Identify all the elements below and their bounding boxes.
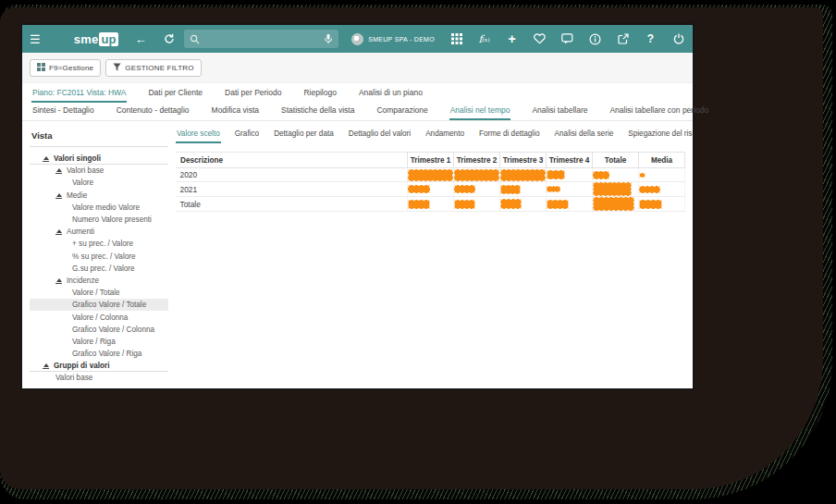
value-bar[interactable] [408, 185, 430, 193]
tree-item-valore[interactable]: Valore [30, 177, 168, 189]
tree-item-label: Valore / Totale [72, 289, 120, 297]
column-header-media[interactable]: Media [639, 153, 685, 168]
tree-item-grafico-valore-colonna[interactable]: Grafico Valore / Colonna [30, 324, 168, 336]
tab-modifica-vista[interactable]: Modifica vista [211, 105, 261, 120]
view-tab-dettaglio-del-valori[interactable]: Dettaglio del valori [348, 129, 412, 143]
tree-item-grafico-valore-totale[interactable]: Grafico Valore / Totale [30, 299, 168, 311]
table-row-2021[interactable]: 2021 [177, 182, 685, 197]
gestione-filtro-button[interactable]: GESTIONE FILTRO [105, 59, 201, 77]
column-header-trimestre-1[interactable]: Trimestre 1 [408, 153, 454, 168]
tab-analisi-tabellare-con-periodo[interactable]: Analisi tabellare con periodo [609, 105, 709, 120]
secondary-tabs: Sintesi - DettaglioContenuto - dettaglio… [22, 103, 693, 121]
mic-icon[interactable] [324, 33, 333, 44]
column-header-trimestre-2[interactable]: Trimestre 2 [454, 153, 500, 168]
tree-item-valore-colonna[interactable]: Valore / Colonna [30, 311, 168, 323]
tree-item-valori-base[interactable]: Valori base [30, 165, 168, 177]
tab-analisi-nel-tempo[interactable]: Analisi nel tempo [449, 105, 511, 120]
tree-item-su-prec-valore[interactable]: % su prec. / Valore [30, 251, 168, 263]
apps-grid-icon[interactable] [449, 32, 463, 46]
column-header-trimestre-4[interactable]: Trimestre 4 [547, 153, 593, 168]
tree-item-valore-medio-valore[interactable]: Valore medio Valore [30, 202, 168, 214]
open-external-icon[interactable] [616, 32, 630, 46]
tab-analisi-tabellare[interactable]: Analisi tabellare [531, 105, 588, 120]
tab-analisi-di-un-piano[interactable]: Analisi di un piano [358, 88, 424, 103]
tree-item-label: % su prec. / Valore [72, 252, 136, 261]
tab-piano-fc2011-vista-hwa[interactable]: Piano: FC2011 Vista: HWA [31, 88, 127, 103]
table-row-2020[interactable]: 2020 [177, 168, 685, 182]
power-icon[interactable] [671, 32, 685, 46]
collapse-caret-icon[interactable] [55, 228, 62, 235]
value-bar[interactable] [547, 170, 565, 179]
value-bar[interactable] [547, 200, 569, 209]
chat-icon[interactable] [560, 32, 574, 46]
tree-item-g-su-prec-valore[interactable]: G.su prec. / Valore [30, 263, 168, 275]
value-cell [547, 182, 593, 197]
collapse-caret-icon[interactable] [43, 363, 49, 369]
tree-item-valori-singoli[interactable]: Valori singoli [30, 153, 168, 165]
column-header-totale[interactable]: Totale [593, 153, 639, 168]
refresh-icon[interactable] [164, 33, 175, 44]
tree-item-gruppi-di-valori[interactable]: Gruppi di valori [30, 360, 168, 372]
collapse-caret-icon[interactable] [55, 167, 62, 174]
tree-item-incidenze[interactable]: Incidenze [30, 275, 168, 287]
search-bar[interactable] [184, 30, 338, 48]
tree-item-su-prec-valore[interactable]: + su prec. / Valore [30, 238, 168, 250]
tree-item-aumenti[interactable]: Aumenti [30, 226, 168, 238]
view-tab-forme-di-dettaglio[interactable]: Forme di dettaglio [478, 129, 541, 143]
help-icon[interactable]: ? [644, 32, 658, 46]
view-tab-spiegazione-del-risultato[interactable]: Spiegazione del risultato [627, 129, 693, 143]
collapse-caret-icon[interactable] [55, 277, 62, 284]
value-bar[interactable] [500, 199, 522, 209]
collapse-caret-icon[interactable] [43, 155, 49, 162]
tab-comparazione[interactable]: Comparazione [375, 105, 428, 120]
view-tab-analisi-della-serie[interactable]: Analisi della serie [554, 129, 615, 143]
tree-item-valore-totale[interactable]: Valore / Totale [30, 287, 168, 299]
value-cell [408, 168, 454, 182]
tab-statistiche-della-vista[interactable]: Statistiche della vista [280, 105, 355, 120]
value-bar[interactable] [593, 171, 609, 179]
value-bar[interactable] [500, 185, 521, 194]
view-tab-andamento[interactable]: Andamento [424, 129, 465, 143]
value-bar[interactable] [639, 173, 645, 178]
value-bar[interactable] [454, 185, 475, 193]
menu-icon[interactable]: ☰ [30, 32, 43, 46]
value-bar[interactable] [500, 169, 546, 181]
tree-item-numero-valore-presenti[interactable]: Numero Valore presenti [30, 214, 168, 226]
view-tab-valore-scelto[interactable]: Valore scelto [176, 129, 221, 143]
favorites-icon[interactable] [533, 32, 547, 46]
tree-item-valori-base[interactable]: Valori base [30, 372, 168, 384]
column-header-trimestre-3[interactable]: Trimestre 3 [500, 153, 547, 168]
f9-gestione-button[interactable]: F9=Gestione [30, 59, 101, 77]
tree-item-label: Incidenze [67, 277, 99, 285]
search-input[interactable] [200, 34, 324, 44]
view-tab-dettaglio-per-data[interactable]: Dettaglio per data [273, 129, 335, 143]
tab-dati-per-periodo[interactable]: Dati per Periodo [224, 88, 282, 103]
back-icon[interactable]: ← [135, 32, 147, 46]
tree-item-valore-riga[interactable]: Valore / Riga [30, 336, 168, 348]
tab-dati-per-cliente[interactable]: Dati per Cliente [147, 88, 203, 103]
function-icon[interactable]: f(x) [477, 32, 491, 46]
column-header-descrizione[interactable]: Descrizione [177, 153, 408, 168]
value-bar[interactable] [639, 200, 662, 209]
tab-sintesi-dettaglio[interactable]: Sintesi - Dettaglio [31, 105, 95, 120]
value-bar[interactable] [593, 182, 632, 196]
view-tab-grafico[interactable]: Grafico [234, 129, 260, 143]
tree-item-label: G.su prec. / Valore [72, 264, 135, 273]
value-bar[interactable] [408, 169, 453, 181]
value-bar[interactable] [454, 200, 475, 209]
value-bar[interactable] [408, 200, 430, 209]
account-chip[interactable]: SMEUP SPA - DEMO [351, 33, 435, 45]
tree-item-grafico-valore-riga[interactable]: Grafico Valore / Riga [30, 348, 168, 360]
tab-riepilogo[interactable]: Riepilogo [302, 88, 337, 103]
value-bar[interactable] [454, 169, 499, 181]
info-icon[interactable] [588, 32, 602, 46]
value-bar[interactable] [639, 186, 660, 193]
collapse-caret-icon[interactable] [55, 192, 62, 199]
value-bar[interactable] [593, 197, 634, 211]
view-tree: Valori singoliValori baseValoreMedieValo… [30, 153, 172, 385]
tree-item-medie[interactable]: Medie [30, 190, 168, 202]
tab-contenuto-dettaglio[interactable]: Contenuto - dettaglio [116, 105, 191, 120]
value-bar[interactable] [547, 186, 560, 192]
table-row-totale[interactable]: Totale [177, 197, 685, 212]
add-icon[interactable]: + [505, 32, 519, 46]
